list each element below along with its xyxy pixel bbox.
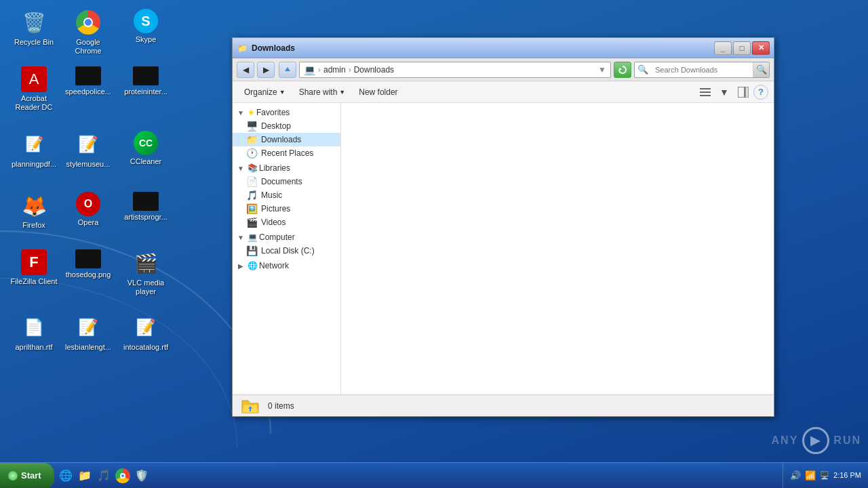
stylemuseu-icon: 📝 xyxy=(75,131,102,158)
desktop-tree-item[interactable]: 🖥️ Desktop xyxy=(233,119,340,133)
artistsprogr-icon xyxy=(133,192,159,211)
address-admin: admin xyxy=(323,65,346,75)
music-tree-item[interactable]: 🎵 Music xyxy=(233,188,340,202)
desktop-icon-artistsprogr[interactable]: artistsprogr... xyxy=(119,186,173,227)
libraries-expand[interactable]: ▼ xyxy=(235,165,246,172)
status-bar: 0 items xyxy=(233,394,774,416)
preview-pane-button[interactable] xyxy=(734,84,752,100)
search-box[interactable]: 🔍 🔍 xyxy=(634,62,770,78)
favorites-section: ▼ ★ Favorites 🖥️ Desktop 📁 Downloads 🕐 xyxy=(233,106,340,160)
address-path[interactable]: 💻 › admin › Downloads ▼ xyxy=(299,62,611,78)
desktop-icon-speedpolice[interactable]: speedpolice... xyxy=(61,61,115,102)
share-with-button[interactable]: Share with ▼ xyxy=(293,84,352,100)
desktop-icon-chrome[interactable]: Google Chrome xyxy=(61,3,115,61)
maximize-button[interactable]: □ xyxy=(733,41,751,55)
network-header[interactable]: ▶ 🌐 Network xyxy=(233,259,340,272)
desktop-icon-opera[interactable]: O Opera xyxy=(61,186,115,232)
address-downloads: Downloads xyxy=(354,65,394,75)
desktop-icon-vlc[interactable]: 🎬 VLC media player xyxy=(119,244,173,302)
proteininter-icon xyxy=(133,66,159,85)
svg-rect-1 xyxy=(700,88,711,89)
tray-network-icon[interactable]: 📶 xyxy=(805,470,816,481)
videos-tree-item[interactable]: 🎬 Videos xyxy=(233,216,340,229)
skype-icon: S xyxy=(134,9,158,33)
downloads-tree-item[interactable]: 📁 Downloads xyxy=(233,133,340,146)
documents-tree-item[interactable]: 📄 Documents xyxy=(233,175,340,188)
view-dropdown-button[interactable]: ▼ xyxy=(715,84,733,100)
new-folder-button[interactable]: New folder xyxy=(353,84,403,100)
computer-header[interactable]: ▼ 💻 Computer xyxy=(233,230,340,244)
music-label: Music xyxy=(261,190,282,200)
favorites-label: Favorites xyxy=(256,108,290,117)
desktop-icon-firefox[interactable]: 🦊 Firefox xyxy=(7,186,61,235)
recycle-bin-icon: 🗑️ xyxy=(20,9,47,36)
view-details-button[interactable] xyxy=(696,84,714,100)
taskbar-chrome-taskbar-icon[interactable] xyxy=(114,467,132,485)
address-icon: 💻 xyxy=(304,64,315,75)
videos-label: Videos xyxy=(261,218,285,227)
local-disk-tree-item[interactable]: 💾 Local Disk (C:) xyxy=(233,244,340,258)
recycle-bin-label: Recycle Bin xyxy=(14,38,54,47)
pictures-icon: 🖼️ xyxy=(246,203,258,214)
desktop-icon-planningpdf[interactable]: 📝 planningpdf... xyxy=(7,125,61,174)
svg-rect-3 xyxy=(700,95,711,96)
search-input[interactable] xyxy=(651,66,753,74)
pictures-tree-item[interactable]: 🖼️ Pictures xyxy=(233,202,340,216)
desktop-icon-filezilla[interactable]: F FileZilla Client xyxy=(7,244,61,291)
desktop-icon-aprilthan[interactable]: 📄 aprilthan.rtf xyxy=(7,308,61,357)
desktop-icon-acrobat[interactable]: A Acrobat Reader DC xyxy=(7,61,61,117)
explorer-window: 📁 Downloads _ □ ✕ ◀ ▶ 💻 › admin › Downlo… xyxy=(232,37,774,417)
file-area[interactable] xyxy=(341,103,774,394)
address-separator2: › xyxy=(349,65,351,75)
desktop-icon-thosedog[interactable]: thosedog.png xyxy=(61,244,115,285)
close-button[interactable]: ✕ xyxy=(752,41,770,55)
minimize-button[interactable]: _ xyxy=(714,41,732,55)
computer-expand[interactable]: ▼ xyxy=(235,234,246,241)
svg-rect-4 xyxy=(738,87,745,98)
computer-label: Computer xyxy=(259,232,295,242)
tray-display-icon[interactable]: 🖥️ xyxy=(820,471,829,480)
desktop-icon-stylemuseu[interactable]: 📝 stylemuseu... xyxy=(61,125,115,174)
taskbar-folder-icon[interactable]: 📁 xyxy=(76,467,94,485)
desktop-icon-ccleaner[interactable]: CC CCleaner xyxy=(119,125,173,171)
favorites-expand[interactable]: ▼ xyxy=(235,109,246,117)
recent-places-tree-item[interactable]: 🕐 Recent Places xyxy=(233,146,340,160)
desktop-icon-lesbianlengt[interactable]: 📝 lesbianlengt... xyxy=(61,308,115,357)
opera-icon: O xyxy=(76,192,100,216)
filezilla-icon: F xyxy=(21,249,47,275)
taskbar-ie-icon[interactable]: 🌐 xyxy=(57,467,75,485)
organize-button[interactable]: Organize ▼ xyxy=(238,84,292,100)
lesbianlengt-icon: 📝 xyxy=(75,314,102,341)
system-clock: 2:16 PM xyxy=(833,470,861,480)
thosedog-icon xyxy=(75,249,101,268)
desktop-icon-proteininter[interactable]: proteininter... xyxy=(119,61,173,102)
taskbar-security-icon[interactable]: 🛡️ xyxy=(133,467,151,485)
help-button[interactable]: ? xyxy=(753,85,768,100)
favorites-icon: ★ xyxy=(248,108,255,117)
svg-rect-2 xyxy=(700,92,711,93)
recent-places-label: Recent Places xyxy=(261,148,313,158)
network-label: Network xyxy=(259,261,289,270)
libraries-section: ▼ 📚 Libraries 📄 Documents 🎵 Music 🖼️ xyxy=(233,161,340,229)
taskbar-media-icon[interactable]: 🎵 xyxy=(95,467,113,485)
desktop: 🗑️ Recycle Bin A Acrobat Reader DC 📝 pla… xyxy=(0,0,868,488)
favorites-header[interactable]: ▼ ★ Favorites xyxy=(233,106,340,119)
desktop-icon-intocatalog[interactable]: 📝 intocatalog.rtf xyxy=(119,308,173,357)
documents-label: Documents xyxy=(261,177,302,186)
search-button[interactable]: 🔍 xyxy=(753,62,769,77)
forward-button[interactable]: ▶ xyxy=(257,62,275,78)
svg-marker-0 xyxy=(619,68,622,70)
up-button[interactable] xyxy=(279,62,296,78)
tray-volume-icon[interactable]: 🔊 xyxy=(790,470,801,481)
network-expand[interactable]: ▶ xyxy=(235,262,246,270)
opera-label: Opera xyxy=(78,218,99,227)
desktop-icon-recycle-bin[interactable]: 🗑️ Recycle Bin xyxy=(7,3,61,52)
acrobat-icon: A xyxy=(21,66,47,92)
intocatalog-label: intocatalog.rtf xyxy=(123,343,168,352)
start-button[interactable]: Start xyxy=(0,463,54,489)
desktop-icon-skype[interactable]: S Skype xyxy=(119,3,173,49)
refresh-button[interactable] xyxy=(614,62,631,78)
libraries-header[interactable]: ▼ 📚 Libraries xyxy=(233,161,340,175)
address-dropdown[interactable]: ▼ xyxy=(598,65,606,75)
back-button[interactable]: ◀ xyxy=(237,62,254,78)
